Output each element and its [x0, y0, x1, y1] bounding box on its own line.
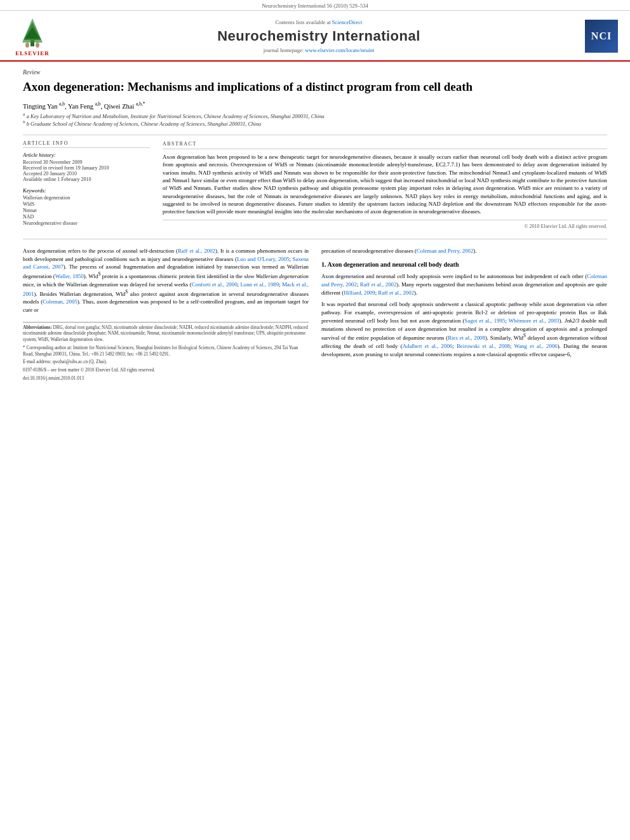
ref-raff2002-3[interactable]: Raff et al., 2002: [378, 290, 414, 296]
svg-point-6: [36, 43, 39, 48]
article-meta-section: ARTICLE INFO Article history: Received 3…: [23, 140, 607, 231]
article-title: Axon degeneration: Mechanisms and implic…: [23, 79, 607, 95]
nci-logo: NCI: [583, 20, 620, 53]
doi-line: doi:10.1016/j.neuint.2010.01.013: [23, 376, 309, 382]
divider: [23, 135, 607, 135]
keywords-label: Keywords:: [23, 187, 150, 194]
body-right-text: precaution of neurodegenerative diseases…: [321, 247, 607, 359]
accepted-date: Accepted 20 January 2010: [23, 171, 150, 177]
journal-name: Neurochemistry International: [61, 28, 577, 44]
keyword-2: WldS: [23, 201, 150, 207]
elsevier-tree-icon: [16, 16, 49, 49]
sciencedirect-link[interactable]: ScienceDirect: [332, 19, 363, 25]
article-info-column: ARTICLE INFO Article history: Received 3…: [23, 140, 150, 231]
ref-adalbert[interactable]: Adalbert et al., 2006: [403, 343, 453, 349]
abstract-label: ABSTRACT: [163, 140, 607, 149]
elsevier-logo: ELSEVIER: [10, 16, 55, 57]
received-date: Received 30 November 2009: [23, 159, 150, 165]
prolonged-text: prolonged: [584, 326, 607, 332]
ref-luo-oleary[interactable]: Luo and O'Leary, 2005: [237, 256, 290, 262]
ref-beirowski[interactable]: Beirowski et al., 2008: [457, 343, 510, 349]
body-left-text: Axon degeneration refers to the process …: [23, 247, 309, 314]
footnotes: Abbreviations: DRG, dorsal root ganglia;…: [23, 322, 309, 382]
revised-date: Received in revised form 19 January 2010: [23, 165, 150, 171]
email-label: E-mail address:: [23, 359, 53, 364]
journal-homepage-link[interactable]: www.elsevier.com/locate/neuint: [305, 47, 374, 53]
available-date: Available online 1 February 2010: [23, 177, 150, 182]
ref-hilliard[interactable]: Hilliard, 2009: [344, 290, 375, 296]
abbrev-label: Abbreviations:: [23, 325, 52, 330]
ref-raff2002-1[interactable]: Raff et al., 2002: [178, 248, 215, 254]
ref-coleman2005[interactable]: Coleman, 2005: [43, 298, 77, 305]
journal-title-block: Contents lists available at ScienceDirec…: [61, 19, 577, 53]
ref-conforti[interactable]: Conforti et al., 2000: [192, 281, 238, 288]
nci-box-icon: NCI: [585, 20, 618, 53]
keywords-field: Keywords: Wallerian degeneration WldS Nm…: [23, 187, 150, 226]
ref-raff2002-2[interactable]: Raff et al., 2002: [360, 281, 397, 288]
svg-point-5: [25, 43, 29, 48]
keyword-4: NAD: [23, 214, 150, 220]
abbrev-text: DRG, dorsal root ganglia; NAD, nicotinam…: [23, 325, 308, 342]
abstract-column: ABSTRACT Axon degeneration has been prop…: [163, 140, 607, 231]
ref-sagot[interactable]: Sagot et al., 1995: [464, 317, 505, 324]
ref-coleman-perry[interactable]: Coleman and Perry, 2002: [417, 248, 473, 254]
issn-line: 0197-0186/$ – see front matter © 2010 El…: [23, 368, 309, 374]
keyword-5: Neurodegenerative disease: [23, 220, 150, 226]
page: Neurochemistry International 56 (2010) 5…: [0, 0, 630, 840]
journal-header: ELSEVIER Contents lists available at Sci…: [0, 11, 630, 62]
ref-whitmore[interactable]: Whitmore et al., 2003: [509, 317, 560, 324]
authors-line: Tingting Yan a,b, Yan Feng a,b, Qiwei Zh…: [23, 101, 607, 110]
corresponding-label: * Corresponding author at:: [23, 345, 73, 350]
elsevier-label: ELSEVIER: [15, 50, 50, 57]
main-content: Review Axon degeneration: Mechanisms and…: [0, 62, 630, 392]
email-suffix: (Q. Zhai).: [89, 359, 107, 364]
body-right-column: precaution of neurodegenerative diseases…: [321, 247, 607, 384]
journal-citation-bar: Neurochemistry International 56 (2010) 5…: [0, 0, 630, 11]
ref-ries[interactable]: Ries et al., 2008: [448, 335, 485, 341]
keyword-1: Wallerian degeneration: [23, 195, 150, 201]
body-section: Axon degeneration refers to the process …: [23, 239, 607, 384]
article-history: Article history: Received 30 November 20…: [23, 152, 150, 182]
journal-citation: Neurochemistry International 56 (2010) 5…: [262, 3, 368, 9]
article-info-label: ARTICLE INFO: [23, 140, 150, 148]
abstract-text: Axon degeneration has been proposed to b…: [163, 153, 607, 216]
keywords-list: Wallerian degeneration WldS Nmnat NAD Ne…: [23, 195, 150, 226]
ref-waller[interactable]: Waller, 1850: [55, 273, 84, 279]
article-section-label: Review: [23, 69, 607, 76]
ref-lunn[interactable]: Lunn et al., 1989: [240, 281, 279, 288]
journal-homepage: journal homepage: www.elsevier.com/locat…: [61, 47, 577, 53]
sciencedirect-line: Contents lists available at ScienceDirec…: [61, 19, 577, 25]
copyright-line: © 2010 Elsevier Ltd. All rights reserved…: [163, 220, 607, 230]
affiliations: a a Key Laboratory of Nutrition and Meta…: [23, 112, 607, 127]
section1-heading: 1. Axon degeneration and neuronal cell b…: [321, 260, 607, 270]
body-left-column: Axon degeneration refers to the process …: [23, 247, 309, 384]
ref-wang2006[interactable]: Wang et al., 2006: [514, 343, 558, 349]
email-link[interactable]: qwzhai@sibs.ac.cn: [53, 359, 88, 364]
history-label: Article history:: [23, 152, 150, 158]
keyword-3: Nmnat: [23, 208, 150, 213]
